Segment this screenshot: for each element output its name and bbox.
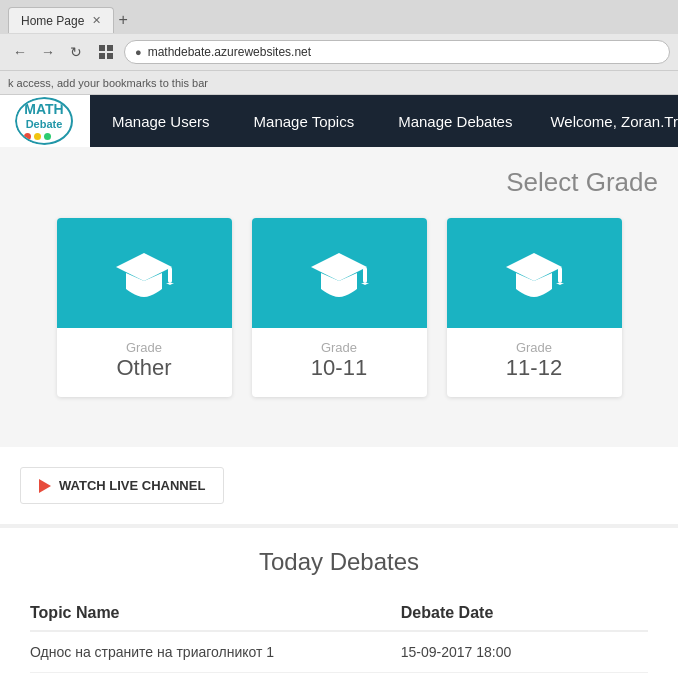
svg-marker-4 [116, 253, 172, 281]
nav-welcome-text: Welcome, Zoran.Trifu [534, 113, 678, 130]
grade-value-other: Other [116, 355, 171, 381]
graduation-cap-icon-1011 [309, 243, 369, 303]
address-bar: ← → ↻ ● mathdebate.azurewebsites.net [0, 34, 678, 70]
grade-value-1011: 10-11 [311, 355, 367, 381]
grid-icon [94, 40, 118, 64]
forward-button[interactable]: → [36, 40, 60, 64]
grade-card-icon-other [57, 218, 232, 328]
grade-card-1112[interactable]: Grade 11-12 [447, 218, 622, 397]
navbar: MATH Debate Manage Users Manage Topics [0, 95, 678, 147]
nav-manage-users[interactable]: Manage Users [90, 95, 232, 147]
back-button[interactable]: ← [8, 40, 32, 64]
table-header-row: Topic Name Debate Date [30, 596, 648, 631]
grade-value-1112: 11-12 [506, 355, 562, 381]
nav-links: Manage Users Manage Topics Manage Debate… [90, 95, 534, 147]
logo-math-text: MATH [24, 102, 63, 117]
play-icon [39, 479, 51, 493]
grade-label-1112: Grade [516, 340, 552, 355]
debates-table: Topic Name Debate Date Однос на страните… [30, 596, 648, 673]
nav-manage-topics[interactable]: Manage Topics [232, 95, 377, 147]
lock-icon: ● [135, 46, 142, 58]
tab-title: Home Page [21, 14, 84, 28]
svg-rect-5 [168, 267, 172, 283]
svg-marker-12 [556, 283, 564, 285]
svg-rect-8 [363, 267, 367, 283]
grade-label-other: Grade [126, 340, 162, 355]
svg-marker-7 [311, 253, 367, 281]
dot-green [44, 133, 51, 140]
active-tab[interactable]: Home Page ✕ [8, 7, 114, 33]
grade-label-1011: Grade [321, 340, 357, 355]
logo-area[interactable]: MATH Debate [0, 95, 90, 147]
nav-controls: ← → ↻ [8, 40, 88, 64]
dot-red [24, 133, 31, 140]
svg-marker-9 [361, 283, 369, 285]
svg-marker-10 [506, 253, 562, 281]
table-cell-topic: Однос на страните на триаголникот 1 [30, 631, 401, 673]
url-text: mathdebate.azurewebsites.net [148, 45, 311, 59]
reload-button[interactable]: ↻ [64, 40, 88, 64]
col-header-topic: Topic Name [30, 596, 401, 631]
svg-marker-6 [166, 283, 174, 285]
bookmarks-bar: k access, add your bookmarks to this bar [0, 70, 678, 94]
graduation-cap-icon-other [114, 243, 174, 303]
url-bar[interactable]: ● mathdebate.azurewebsites.net [124, 40, 670, 64]
main-content: Select Grade Grade Other [0, 147, 678, 447]
grade-cards: Grade Other Grade 10-11 [20, 218, 658, 397]
browser-chrome: Home Page ✕ + ← → ↻ ● mathdebate.azurewe… [0, 0, 678, 95]
bookmarks-hint-text: k access, add your bookmarks to this bar [8, 77, 208, 89]
svg-rect-11 [558, 267, 562, 283]
svg-rect-2 [99, 53, 105, 59]
tab-close-icon[interactable]: ✕ [92, 14, 101, 27]
logo: MATH Debate [15, 97, 75, 145]
table-cell-date: 15-09-2017 18:00 [401, 631, 648, 673]
debates-section: Today Debates Topic Name Debate Date Одн… [0, 524, 678, 698]
grade-card-1011[interactable]: Grade 10-11 [252, 218, 427, 397]
grade-card-icon-1112 [447, 218, 622, 328]
logo-dots [24, 133, 63, 140]
svg-rect-1 [107, 45, 113, 51]
live-section: WATCH LIVE CHANNEL [0, 447, 678, 524]
new-tab-button[interactable]: + [118, 12, 127, 28]
debates-title: Today Debates [30, 548, 648, 576]
grade-card-other[interactable]: Grade Other [57, 218, 232, 397]
watch-live-label: WATCH LIVE CHANNEL [59, 478, 205, 493]
nav-manage-debates[interactable]: Manage Debates [376, 95, 534, 147]
tab-bar: Home Page ✕ + [0, 0, 678, 34]
col-header-date: Debate Date [401, 596, 648, 631]
graduation-cap-icon-1112 [504, 243, 564, 303]
grade-card-icon-1011 [252, 218, 427, 328]
app-container: MATH Debate Manage Users Manage Topics [0, 95, 678, 698]
logo-debate-text: Debate [24, 118, 63, 130]
table-row[interactable]: Однос на страните на триаголникот 1 15-0… [30, 631, 648, 673]
dot-yellow [34, 133, 41, 140]
select-grade-title: Select Grade [20, 167, 658, 198]
svg-rect-3 [107, 53, 113, 59]
svg-rect-0 [99, 45, 105, 51]
watch-live-button[interactable]: WATCH LIVE CHANNEL [20, 467, 224, 504]
